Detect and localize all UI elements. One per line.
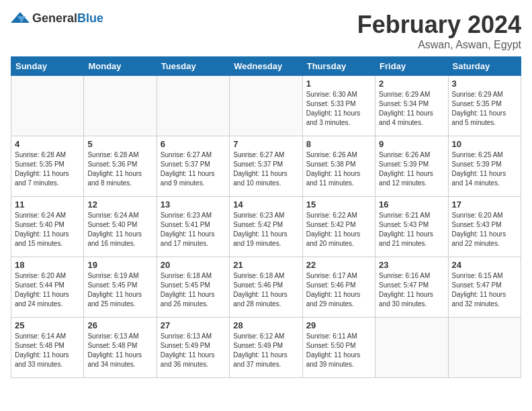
day-number: 22 [306,260,371,270]
day-number: 29 [306,320,371,330]
calendar-week: 25Sunrise: 6:14 AMSunset: 5:48 PMDayligh… [11,318,521,378]
calendar-cell: 19Sunrise: 6:19 AMSunset: 5:45 PMDayligh… [84,257,157,318]
calendar-cell: 18Sunrise: 6:20 AMSunset: 5:44 PMDayligh… [11,257,84,318]
title-area: February 2024 Aswan, Aswan, Egypt [357,11,521,51]
calendar-cell: 16Sunrise: 6:21 AMSunset: 5:43 PMDayligh… [375,197,448,257]
day-header: Sunday [11,57,84,76]
calendar-cell: 10Sunrise: 6:25 AMSunset: 5:39 PMDayligh… [448,136,521,197]
location: Aswan, Aswan, Egypt [357,39,521,51]
day-header: Tuesday [157,57,229,76]
calendar-cell: 17Sunrise: 6:20 AMSunset: 5:43 PMDayligh… [448,197,521,257]
day-info: Sunrise: 6:15 AMSunset: 5:47 PMDaylight:… [452,271,517,309]
day-number: 26 [87,320,152,330]
day-number: 20 [161,260,226,270]
day-info: Sunrise: 6:13 AMSunset: 5:48 PMDaylight:… [87,332,152,369]
day-number: 18 [15,260,80,270]
calendar-week: 4Sunrise: 6:28 AMSunset: 5:35 PMDaylight… [11,136,521,197]
day-number: 21 [233,260,298,270]
day-number: 7 [233,139,298,149]
calendar-cell: 15Sunrise: 6:22 AMSunset: 5:42 PMDayligh… [302,197,375,257]
calendar-cell: 22Sunrise: 6:17 AMSunset: 5:46 PMDayligh… [302,257,375,318]
calendar-cell [157,76,229,136]
calendar-cell [11,76,84,136]
day-number: 25 [15,320,80,330]
calendar-week: 18Sunrise: 6:20 AMSunset: 5:44 PMDayligh… [11,257,521,318]
day-number: 2 [379,79,444,89]
calendar-cell: 2Sunrise: 6:29 AMSunset: 5:34 PMDaylight… [375,76,448,136]
day-info: Sunrise: 6:30 AMSunset: 5:33 PMDaylight:… [306,90,371,128]
day-info: Sunrise: 6:27 AMSunset: 5:37 PMDaylight:… [233,150,298,188]
calendar-week: 1Sunrise: 6:30 AMSunset: 5:33 PMDaylight… [11,76,521,136]
calendar-cell: 29Sunrise: 6:11 AMSunset: 5:50 PMDayligh… [302,318,375,378]
day-info: Sunrise: 6:11 AMSunset: 5:50 PMDaylight:… [306,332,371,369]
day-number: 19 [87,260,152,270]
day-number: 13 [161,199,226,210]
calendar-cell: 13Sunrise: 6:23 AMSunset: 5:41 PMDayligh… [157,197,229,257]
day-info: Sunrise: 6:26 AMSunset: 5:38 PMDaylight:… [306,150,371,188]
calendar-cell: 20Sunrise: 6:18 AMSunset: 5:45 PMDayligh… [157,257,229,318]
day-number: 28 [233,320,298,330]
day-number: 27 [161,320,226,330]
calendar-cell [230,76,302,136]
month-year: February 2024 [357,11,521,39]
day-info: Sunrise: 6:23 AMSunset: 5:41 PMDaylight:… [161,211,226,248]
day-info: Sunrise: 6:18 AMSunset: 5:46 PMDaylight:… [233,271,298,309]
day-info: Sunrise: 6:21 AMSunset: 5:43 PMDaylight:… [379,211,444,248]
calendar-cell: 21Sunrise: 6:18 AMSunset: 5:46 PMDayligh… [230,257,302,318]
day-number: 5 [87,139,152,149]
day-info: Sunrise: 6:27 AMSunset: 5:37 PMDaylight:… [161,150,226,188]
day-info: Sunrise: 6:13 AMSunset: 5:49 PMDaylight:… [161,332,226,369]
day-number: 8 [306,139,371,149]
logo-blue: Blue [77,11,103,25]
day-info: Sunrise: 6:18 AMSunset: 5:45 PMDaylight:… [161,271,226,309]
logo-icon [11,11,30,26]
day-info: Sunrise: 6:14 AMSunset: 5:48 PMDaylight:… [15,332,80,369]
day-info: Sunrise: 6:19 AMSunset: 5:45 PMDaylight:… [87,271,152,309]
page-header: GeneralBlue February 2024 Aswan, Aswan, … [11,11,521,51]
calendar-cell: 7Sunrise: 6:27 AMSunset: 5:37 PMDaylight… [230,136,302,197]
day-number: 3 [452,79,517,89]
calendar-cell: 14Sunrise: 6:23 AMSunset: 5:42 PMDayligh… [230,197,302,257]
logo: GeneralBlue [11,11,103,26]
logo-general: General [32,11,77,25]
calendar-cell: 6Sunrise: 6:27 AMSunset: 5:37 PMDaylight… [157,136,229,197]
day-header: Wednesday [230,57,302,76]
day-info: Sunrise: 6:16 AMSunset: 5:47 PMDaylight:… [379,271,444,309]
day-number: 12 [87,199,152,210]
day-number: 17 [452,199,517,210]
calendar-cell: 26Sunrise: 6:13 AMSunset: 5:48 PMDayligh… [84,318,157,378]
header-row: SundayMondayTuesdayWednesdayThursdayFrid… [11,57,521,76]
day-info: Sunrise: 6:23 AMSunset: 5:42 PMDaylight:… [233,211,298,248]
day-info: Sunrise: 6:26 AMSunset: 5:39 PMDaylight:… [379,150,444,188]
day-number: 10 [452,139,517,149]
calendar-cell: 3Sunrise: 6:29 AMSunset: 5:35 PMDaylight… [448,76,521,136]
day-header: Thursday [302,57,375,76]
day-number: 15 [306,199,371,210]
day-number: 11 [15,199,80,210]
calendar-cell: 27Sunrise: 6:13 AMSunset: 5:49 PMDayligh… [157,318,229,378]
calendar-cell: 24Sunrise: 6:15 AMSunset: 5:47 PMDayligh… [448,257,521,318]
calendar-table: SundayMondayTuesdayWednesdayThursdayFrid… [11,56,521,378]
day-info: Sunrise: 6:24 AMSunset: 5:40 PMDaylight:… [15,211,80,248]
calendar-cell: 28Sunrise: 6:12 AMSunset: 5:49 PMDayligh… [230,318,302,378]
calendar-cell [375,318,448,378]
day-header: Friday [375,57,448,76]
day-info: Sunrise: 6:12 AMSunset: 5:49 PMDaylight:… [233,332,298,369]
day-number: 24 [452,260,517,270]
day-number: 23 [379,260,444,270]
calendar-cell: 1Sunrise: 6:30 AMSunset: 5:33 PMDaylight… [302,76,375,136]
day-number: 4 [15,139,80,149]
calendar-cell: 12Sunrise: 6:24 AMSunset: 5:40 PMDayligh… [84,197,157,257]
calendar-cell: 8Sunrise: 6:26 AMSunset: 5:38 PMDaylight… [302,136,375,197]
calendar-cell: 11Sunrise: 6:24 AMSunset: 5:40 PMDayligh… [11,197,84,257]
calendar-cell: 25Sunrise: 6:14 AMSunset: 5:48 PMDayligh… [11,318,84,378]
day-info: Sunrise: 6:25 AMSunset: 5:39 PMDaylight:… [452,150,517,188]
day-info: Sunrise: 6:29 AMSunset: 5:35 PMDaylight:… [452,90,517,128]
day-info: Sunrise: 6:29 AMSunset: 5:34 PMDaylight:… [379,90,444,128]
day-info: Sunrise: 6:28 AMSunset: 5:36 PMDaylight:… [87,150,152,188]
day-number: 1 [306,79,371,89]
day-header: Saturday [448,57,521,76]
day-number: 14 [233,199,298,210]
calendar-cell: 4Sunrise: 6:28 AMSunset: 5:35 PMDaylight… [11,136,84,197]
day-info: Sunrise: 6:28 AMSunset: 5:35 PMDaylight:… [15,150,80,188]
